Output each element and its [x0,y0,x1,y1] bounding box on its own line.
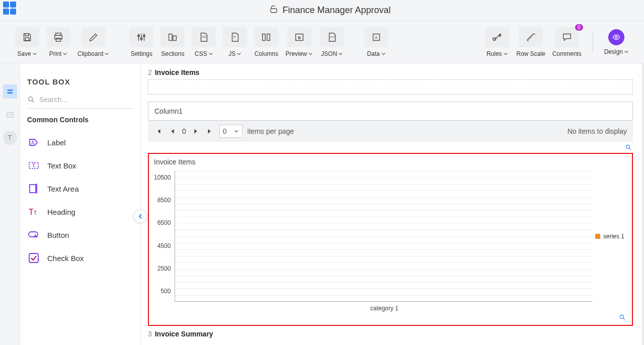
control-checkbox[interactable]: Check Box [27,246,133,270]
settings-button[interactable]: Settings [129,27,153,57]
items-per-page-label: items per page [248,127,294,135]
control-label-text: Check Box [47,254,84,263]
section-2-header[interactable]: 2 Invoice Items [148,68,633,76]
rail-tab-text[interactable]: T [3,131,17,145]
print-icon [46,27,70,47]
toolbar: Save Print Clipboard Settings Sections C… [0,21,644,63]
control-button[interactable]: Button [27,223,133,246]
svg-rect-23 [7,92,13,94]
collapse-panel-button[interactable] [133,209,147,223]
chart-zoom-button[interactable] [154,312,627,323]
chart-legend: series 1 [593,171,627,302]
toolbox-search[interactable] [27,95,133,109]
chart-title: Invoice Items [154,158,627,166]
comments-button[interactable]: 0 Comments [552,27,582,57]
chevron-down-icon [381,51,386,56]
svg-rect-13 [267,34,270,40]
pager-page-number: 0 [182,127,186,135]
control-label-text: Text Box [47,161,76,170]
svg-line-26 [32,101,34,102]
pager-empty-message: No items to display [568,127,627,135]
control-label-text: Label [47,138,66,147]
svg-text:T: T [34,210,37,216]
svg-text:JSON: JSON [330,35,335,38]
control-label[interactable]: A Label [27,131,133,154]
chart-plot-area [175,171,593,302]
svg-text:JS: JS [233,35,236,38]
json-button[interactable]: JSON JSON [320,27,344,57]
columns-button[interactable]: Columns [254,27,278,57]
side-rail: T [0,63,20,345]
unlocked-icon [269,5,278,16]
ruler-icon [519,27,543,47]
grid-zoom-button[interactable] [148,142,633,153]
svg-rect-22 [7,90,13,91]
divider [593,31,593,53]
chevron-down-icon [208,51,213,56]
svg-text:T: T [32,163,35,168]
print-button[interactable]: Print [46,27,70,57]
control-label-text: Text Area [47,185,79,193]
eye-icon [608,29,624,45]
svg-text:A: A [31,140,35,145]
chevron-down-icon [308,51,313,56]
css-button[interactable]: CSS CSS [192,27,216,57]
control-textarea[interactable]: Text Area [27,177,133,200]
pager-last-button[interactable] [205,127,214,136]
svg-text:A: A [375,35,377,39]
svg-line-39 [623,318,625,320]
sections-button[interactable]: Sections [160,27,185,57]
flow-icon [485,27,509,47]
chevron-down-icon [338,51,343,56]
search-input[interactable] [39,96,133,104]
pager-first-button[interactable] [154,127,163,136]
grid-column-header[interactable]: Column1 [148,102,633,121]
svg-rect-9 [173,36,176,40]
section-3-header[interactable]: 3 Invoice Summary [148,330,633,338]
pager-prev-button[interactable] [168,127,177,136]
comment-icon: 0 [555,27,579,47]
sections-icon [160,27,185,47]
clipboard-button[interactable]: Clipboard [77,27,109,57]
common-controls-heading: Common Controls [27,116,133,124]
pager-next-button[interactable] [191,127,200,136]
control-textbox[interactable]: T Text Box [27,154,133,177]
rail-tab-controls[interactable] [3,84,17,99]
columns-icon [254,27,278,47]
design-mode-button[interactable]: Design [604,29,629,55]
svg-rect-30 [30,185,36,193]
chart-container[interactable]: Invoice Items 10500 8500 6500 4500 2500 … [148,153,633,326]
data-button[interactable]: A Data [364,27,388,57]
chevron-down-icon [32,51,37,56]
row-scale-button[interactable]: Row Scale [516,27,545,57]
svg-point-21 [615,36,617,38]
preview-button[interactable]: Preview [285,27,313,57]
control-heading[interactable]: TT Heading [27,200,133,223]
svg-text:T: T [29,208,34,216]
svg-rect-4 [56,38,60,41]
svg-rect-12 [263,34,266,40]
svg-rect-0 [271,9,277,13]
rail-tab-chart[interactable] [3,108,17,122]
items-per-page-select[interactable]: 0 [219,125,243,138]
json-file-icon: JSON [320,27,344,47]
rules-button[interactable]: Rules [485,27,509,57]
chevron-down-icon [62,51,67,56]
svg-point-25 [29,97,33,101]
svg-point-36 [626,145,629,148]
label-icon: A [27,136,40,149]
legend-label: series 1 [603,233,624,240]
control-label-text: Button [47,231,69,239]
section-2-dropzone[interactable] [148,79,633,95]
apps-grid-icon[interactable] [3,2,16,15]
chevron-down-icon [624,49,629,54]
sliders-icon [129,27,153,47]
js-button[interactable]: JS JS [223,27,247,57]
svg-rect-35 [29,253,38,263]
save-button[interactable]: Save [15,27,39,57]
svg-rect-1 [25,37,29,40]
legend-swatch-icon [595,234,600,239]
design-canvas: 2 Invoice Items Column1 0 0 items per pa… [141,63,644,345]
svg-point-38 [620,315,623,318]
page-title: Finance Manager Approval [282,5,390,16]
